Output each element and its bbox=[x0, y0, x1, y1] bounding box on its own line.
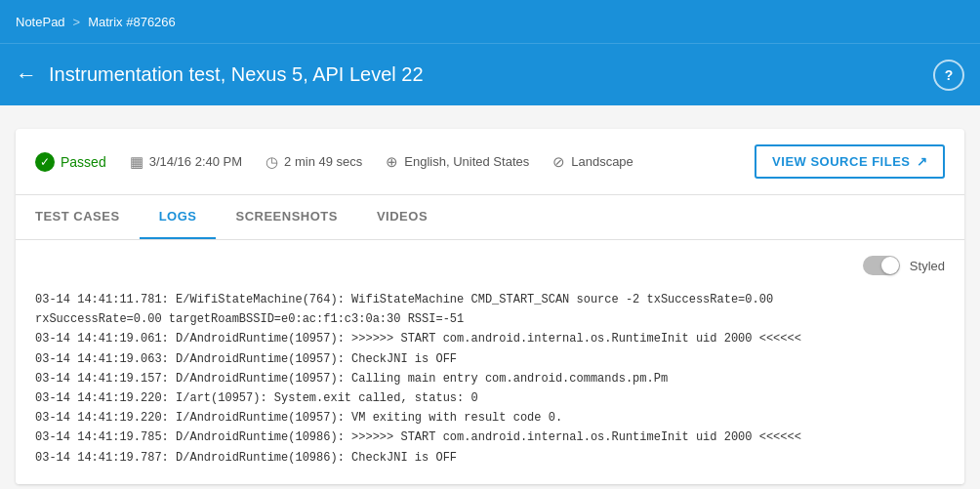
duration-value: 2 min 49 secs bbox=[284, 154, 362, 169]
page-title: Instrumentation test, Nexus 5, API Level… bbox=[49, 63, 424, 86]
tab-test-cases[interactable]: TEST CASES bbox=[16, 195, 140, 239]
status-passed: ✓ Passed bbox=[35, 152, 106, 172]
styled-toggle-row: Styled bbox=[35, 256, 945, 275]
date-meta: ▦ 3/14/16 2:40 PM bbox=[130, 153, 242, 171]
main-card: ✓ Passed ▦ 3/14/16 2:40 PM ◷ 2 min 49 se… bbox=[16, 129, 964, 484]
title-left: ← Instrumentation test, Nexus 5, API Lev… bbox=[16, 63, 424, 86]
clock-icon: ◷ bbox=[265, 153, 278, 171]
log-line: 03-14 14:41:19.061: D/AndroidRuntime(109… bbox=[35, 330, 945, 348]
log-area: Styled 03-14 14:41:11.781: E/WifiStateMa… bbox=[16, 240, 964, 484]
locale-meta: ⊕ English, United States bbox=[386, 153, 529, 171]
status-bar: ✓ Passed ▦ 3/14/16 2:40 PM ◷ 2 min 49 se… bbox=[16, 129, 964, 195]
check-circle-icon: ✓ bbox=[35, 152, 55, 172]
log-line: 03-14 14:41:11.781: E/WifiStateMachine(7… bbox=[35, 291, 945, 309]
back-button[interactable]: ← bbox=[16, 64, 37, 86]
log-line: rxSuccessRate=0.00 targetRoamBSSID=e0:ac… bbox=[35, 310, 945, 329]
log-lines: 03-14 14:41:11.781: E/WifiStateMachine(7… bbox=[35, 291, 945, 468]
title-bar: ← Instrumentation test, Nexus 5, API Lev… bbox=[0, 43, 980, 105]
tab-logs[interactable]: LOGS bbox=[140, 195, 217, 239]
orientation-value: Landscape bbox=[571, 154, 633, 169]
date-value: 3/14/16 2:40 PM bbox=[149, 154, 242, 169]
top-navigation: NotePad > Matrix #876266 bbox=[0, 0, 980, 43]
breadcrumb-separator: > bbox=[73, 15, 81, 29]
log-line: 03-14 14:41:19.157: D/AndroidRuntime(109… bbox=[35, 370, 945, 388]
orientation-meta: ⊘ Landscape bbox=[552, 153, 633, 171]
tabs-container: TEST CASES LOGS SCREENSHOTS VIDEOS bbox=[16, 195, 964, 240]
globe-icon: ⊕ bbox=[386, 153, 398, 171]
locale-value: English, United States bbox=[404, 154, 529, 169]
log-line: 03-14 14:41:19.787: D/AndroidRuntime(109… bbox=[35, 449, 945, 468]
log-line: 03-14 14:41:19.063: D/AndroidRuntime(109… bbox=[35, 350, 945, 369]
log-line: 03-14 14:41:19.220: I/art(10957): System… bbox=[35, 389, 945, 408]
tab-screenshots[interactable]: SCREENSHOTS bbox=[216, 195, 356, 239]
view-source-button[interactable]: VIEW SOURCE FILES ↗ bbox=[755, 144, 945, 179]
styled-toggle[interactable] bbox=[863, 256, 900, 275]
matrix-label[interactable]: Matrix #876266 bbox=[88, 15, 176, 29]
app-name[interactable]: NotePad bbox=[16, 15, 65, 29]
breadcrumb: NotePad > Matrix #876266 bbox=[16, 15, 176, 29]
calendar-icon: ▦ bbox=[130, 153, 143, 171]
tab-videos[interactable]: VIDEOS bbox=[357, 195, 447, 239]
passed-label: Passed bbox=[61, 154, 106, 170]
styled-label: Styled bbox=[910, 259, 945, 273]
orientation-icon: ⊘ bbox=[552, 153, 565, 171]
view-source-label: VIEW SOURCE FILES bbox=[772, 154, 910, 169]
main-content: ✓ Passed ▦ 3/14/16 2:40 PM ◷ 2 min 49 se… bbox=[0, 105, 980, 484]
help-button[interactable]: ? bbox=[933, 60, 964, 91]
log-line: 03-14 14:41:19.785: D/AndroidRuntime(109… bbox=[35, 428, 945, 447]
toggle-knob bbox=[881, 257, 899, 274]
duration-meta: ◷ 2 min 49 secs bbox=[265, 153, 362, 171]
log-line: 03-14 14:41:19.220: I/AndroidRuntime(109… bbox=[35, 409, 945, 428]
external-link-icon: ↗ bbox=[917, 154, 928, 169]
